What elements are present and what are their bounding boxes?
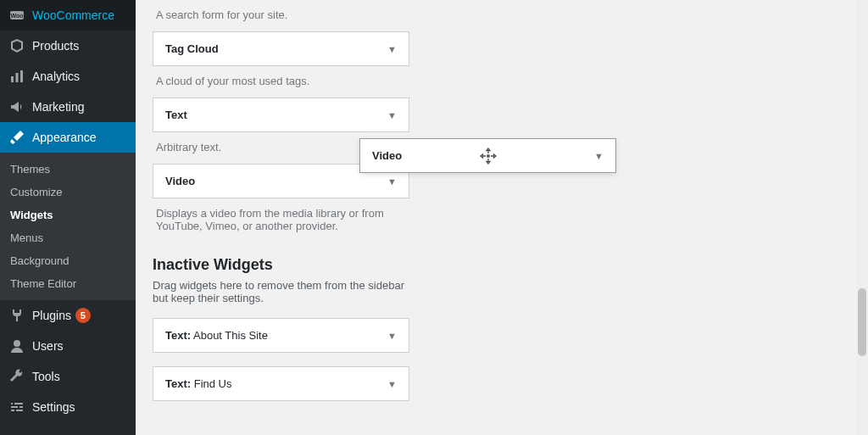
submenu-themes[interactable]: Themes (0, 158, 136, 181)
inactive-widgets-desc: Drag widgets here to remove them from th… (153, 279, 407, 304)
widget-tag-cloud[interactable]: Tag Cloud ▼ (153, 31, 409, 66)
move-cursor-icon (478, 146, 498, 166)
sidebar-label: Users (32, 339, 64, 353)
sidebar-label: Marketing (32, 100, 84, 114)
appearance-submenu: Themes Customize Widgets Menus Backgroun… (0, 153, 136, 300)
submenu-customize[interactable]: Customize (0, 181, 136, 204)
sidebar-item-products[interactable]: Products (0, 31, 136, 61)
sidebar-label: Appearance (32, 131, 97, 144)
plugins-badge: 5 (75, 308, 91, 323)
chevron-down-icon: ▼ (594, 151, 604, 161)
chevron-down-icon: ▼ (387, 110, 397, 120)
sidebar-item-appearance[interactable]: Appearance (0, 122, 136, 153)
chevron-down-icon: ▼ (387, 44, 397, 54)
sidebar-label: Plugins (32, 309, 71, 322)
svg-rect-4 (20, 70, 23, 82)
sidebar-label: WooCommerce (32, 8, 114, 22)
widget-title: Text (165, 109, 187, 121)
widget-title: Video (165, 175, 195, 187)
sidebar-label: Settings (32, 400, 75, 414)
dragging-widget-video[interactable]: Video ▼ (359, 138, 616, 173)
chevron-down-icon: ▼ (387, 176, 397, 187)
wrench-icon (8, 368, 25, 385)
brush-icon (8, 129, 25, 146)
svg-rect-3 (16, 73, 19, 82)
box-icon (8, 37, 25, 54)
plug-icon (8, 307, 25, 324)
sidebar-item-settings[interactable]: Settings (0, 392, 136, 422)
chevron-down-icon: ▼ (387, 331, 397, 341)
sidebar-item-plugins[interactable]: Plugins 5 (0, 300, 136, 331)
widget-title: Text: About This Site (165, 329, 268, 342)
widget-desc-tag: A cloud of your most used tags. (156, 75, 398, 87)
sidebar-label: Products (32, 39, 79, 53)
widget-title: Tag Cloud (165, 42, 219, 55)
submenu-theme-editor[interactable]: Theme Editor (0, 272, 136, 295)
admin-sidebar: Woo WooCommerce Products Analytics Marke… (0, 0, 136, 435)
submenu-menus[interactable]: Menus (0, 226, 136, 249)
widget-title: Text: Find Us (165, 377, 232, 390)
submenu-widgets[interactable]: Widgets (0, 204, 136, 226)
svg-point-5 (14, 340, 20, 347)
svg-text:Woo: Woo (10, 13, 23, 19)
inactive-widget-findus[interactable]: Text: Find Us ▼ (153, 366, 409, 401)
main-content: A search form for your site. Tag Cloud ▼… (136, 0, 868, 435)
widget-text[interactable]: Text ▼ (153, 98, 409, 132)
sidebar-item-analytics[interactable]: Analytics (0, 61, 136, 92)
widget-desc-search: A search form for your site. (156, 8, 398, 21)
bars-icon (8, 68, 25, 85)
woo-icon: Woo (8, 7, 25, 24)
widget-desc-video: Displays a video from the media library … (156, 207, 398, 232)
submenu-background[interactable]: Background (0, 249, 136, 272)
sidebar-item-users[interactable]: Users (0, 331, 136, 361)
sidebar-item-marketing[interactable]: Marketing (0, 92, 136, 122)
sliders-icon (8, 399, 25, 415)
inactive-widget-about[interactable]: Text: About This Site ▼ (153, 318, 409, 353)
svg-point-6 (487, 154, 488, 156)
megaphone-icon (8, 98, 25, 115)
sidebar-item-tools[interactable]: Tools (0, 361, 136, 392)
svg-rect-2 (11, 76, 14, 82)
sidebar-label: Analytics (32, 70, 80, 83)
vertical-scrollbar[interactable] (856, 0, 868, 435)
sidebar-item-woocommerce[interactable]: Woo WooCommerce (0, 0, 136, 31)
scrollbar-thumb[interactable] (858, 288, 866, 356)
sidebar-label: Tools (32, 370, 60, 383)
inactive-widgets-heading: Inactive Widgets (153, 256, 851, 274)
chevron-down-icon: ▼ (387, 379, 397, 389)
user-icon (8, 337, 25, 354)
dragging-widget-label: Video (372, 149, 402, 162)
